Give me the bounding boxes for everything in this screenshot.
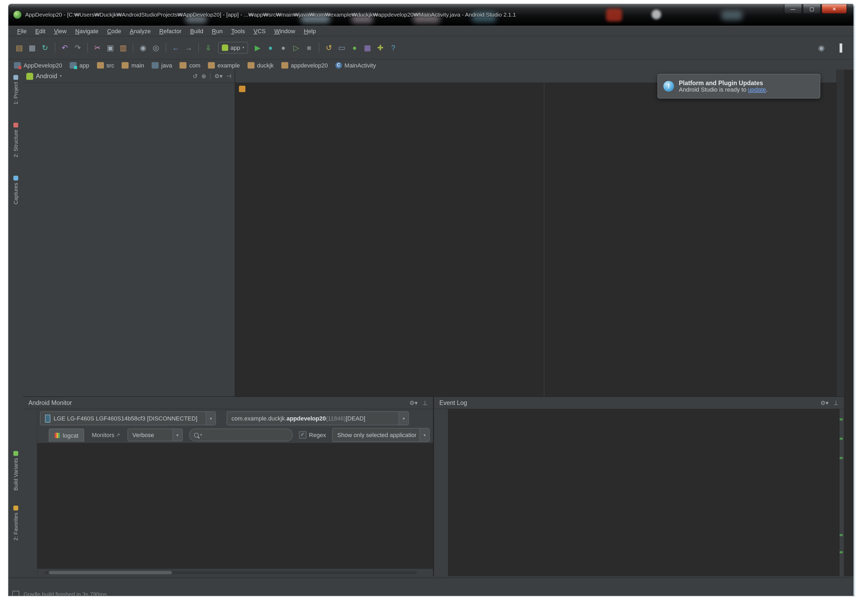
device-selector[interactable]: LGE LG-F460S LGF460S14b58cf3 [DISCONNECT… xyxy=(40,412,216,425)
tab-monitors[interactable]: Monitors ↗ xyxy=(92,432,120,438)
menu-tools[interactable]: Tools xyxy=(227,28,249,34)
event-log-panel: Event Log ⚙▾ ⊥ xyxy=(433,397,844,576)
menu-file[interactable]: File xyxy=(13,28,31,34)
menu-navigate[interactable]: Navigate xyxy=(71,28,103,34)
undo-icon[interactable]: ↶ xyxy=(58,42,71,54)
redo-icon[interactable]: ↷ xyxy=(71,42,84,54)
tab-logcat[interactable]: logcat xyxy=(49,428,84,442)
breadcrumb-label: com xyxy=(189,62,200,68)
sync-view-icon[interactable]: ↺ xyxy=(193,73,197,79)
instant-run-icon[interactable]: ✚ xyxy=(374,42,387,54)
find-icon[interactable]: ◉ xyxy=(136,42,149,54)
logcat-icon xyxy=(55,433,60,438)
breadcrumb-mainactivity[interactable]: CMainActivity xyxy=(335,62,376,68)
minimize-panel-icon[interactable]: ⊥ xyxy=(423,399,428,406)
close-button[interactable]: ✕ xyxy=(822,4,847,14)
run-config-dropdown[interactable]: app▾ xyxy=(218,42,248,54)
copy-icon[interactable]: ▣ xyxy=(104,42,117,54)
scrollbar-thumb[interactable] xyxy=(49,571,172,574)
stripe-tab-captures[interactable]: Captures xyxy=(13,176,19,204)
breadcrumb-main[interactable]: main xyxy=(122,62,144,68)
project-view-selector[interactable]: Android xyxy=(36,73,57,79)
open-icon[interactable]: ▤ xyxy=(13,42,26,54)
chevron-down-icon: ▼ xyxy=(206,412,215,425)
forward-icon[interactable]: → xyxy=(182,42,195,54)
sync-icon[interactable]: ↻ xyxy=(39,42,51,54)
minimize-panel-icon[interactable]: ⊥ xyxy=(834,399,839,406)
breadcrumb-java[interactable]: java xyxy=(152,62,172,68)
stop-icon[interactable]: ■ xyxy=(303,42,316,54)
stripe-tab-2-structure[interactable]: 2: Structure xyxy=(13,123,19,158)
notification-message: Android Studio is ready to update. xyxy=(679,86,768,93)
breadcrumb-duckjk[interactable]: duckjk xyxy=(247,62,274,68)
menu-help[interactable]: Help xyxy=(299,28,320,34)
breadcrumb-app[interactable]: app xyxy=(70,62,89,68)
menu-refactor[interactable]: Refactor xyxy=(155,28,186,34)
run-icon[interactable]: ▶ xyxy=(251,42,264,54)
menu-edit[interactable]: Edit xyxy=(31,28,50,34)
maximize-button[interactable]: ▢ xyxy=(803,4,821,14)
sdk-manager-icon[interactable]: ● xyxy=(348,42,361,54)
title-bar[interactable]: AppDevelop20 - [C:₩Users₩Duckjk₩AndroidS… xyxy=(9,4,854,26)
breadcrumb-example[interactable]: example xyxy=(208,62,240,68)
menu-window[interactable]: Window xyxy=(270,28,299,34)
menu-vcs[interactable]: VCS xyxy=(249,28,270,34)
stripe-tab-build-variants[interactable]: Build Variants xyxy=(13,451,19,490)
avd-manager-icon[interactable]: ▭ xyxy=(335,42,348,54)
minimize-button[interactable]: — xyxy=(784,4,802,14)
sync-gradle-icon[interactable]: ↺ xyxy=(322,42,335,54)
stripe-tab-1-project[interactable]: 1: Project xyxy=(13,75,19,105)
cut-icon[interactable]: ✂ xyxy=(91,42,104,54)
gear-icon[interactable]: ⚙▾ xyxy=(214,73,223,79)
show-panels-icon[interactable]: ▐ xyxy=(833,42,846,54)
search-everywhere-icon[interactable]: ◉ xyxy=(815,42,828,54)
event-log-scrollbar[interactable] xyxy=(840,411,843,573)
window-controls: — ▢ ✕ xyxy=(783,4,847,14)
debug-icon[interactable]: ● xyxy=(264,42,277,54)
stripe-tab-2-favorites[interactable]: 2: Favorites xyxy=(13,506,19,541)
error-stripe[interactable] xyxy=(836,70,844,396)
horizontal-scrollbar[interactable] xyxy=(45,571,417,574)
help-icon[interactable]: ? xyxy=(387,42,400,54)
breadcrumb-appdevelop20[interactable]: AppDevelop20 xyxy=(14,62,62,68)
menu-run[interactable]: Run xyxy=(208,28,227,34)
collapse-all-icon[interactable]: ⊕ xyxy=(202,73,206,79)
breadcrumb-label: appdevelop20 xyxy=(291,62,328,68)
device-monitor-icon[interactable]: ▦ xyxy=(361,42,374,54)
toolwindow-toggle-icon[interactable] xyxy=(12,591,19,596)
attach-icon[interactable]: ▷ xyxy=(290,42,303,54)
gear-icon[interactable]: ⚙▾ xyxy=(409,399,418,406)
regex-checkbox[interactable]: ✓ xyxy=(299,431,306,439)
logcat-output[interactable] xyxy=(37,443,433,569)
menu-analyze[interactable]: Analyze xyxy=(126,28,155,34)
menu-build[interactable]: Build xyxy=(186,28,208,34)
back-icon[interactable]: ← xyxy=(169,42,182,54)
run-config-label: app xyxy=(230,45,240,51)
toolbar-icons: ▤▦↻↶↷✂▣▥◉◎←→⇓app▾▶●●▷■↺▭●▦✚? xyxy=(13,42,815,54)
process-selector[interactable]: com.example.duckjk.appdevelop20 (11846) … xyxy=(227,412,409,425)
gear-icon[interactable]: ⚙▾ xyxy=(820,399,829,406)
logcat-search-input[interactable]: ▾ xyxy=(189,429,292,441)
project-tree xyxy=(23,83,235,85)
log-level-select[interactable]: Verbose ▼ xyxy=(127,429,183,441)
breadcrumb-com[interactable]: com xyxy=(180,62,200,68)
tab-icon xyxy=(13,506,18,511)
profile-icon[interactable]: ● xyxy=(277,42,290,54)
notification-popup[interactable]: ! Platform and Plugin Updates Android St… xyxy=(657,74,820,99)
left-tool-stripe: 1: Project2: StructureCaptures Build Var… xyxy=(9,70,23,576)
separator xyxy=(210,73,211,79)
menu-code[interactable]: Code xyxy=(103,28,126,34)
hide-panel-icon[interactable]: ⊣ xyxy=(226,73,231,79)
event-log-output[interactable] xyxy=(448,409,840,576)
logcat-filter-select[interactable]: Show only selected application ▼ xyxy=(332,428,430,442)
minimize-icon: — xyxy=(790,6,795,11)
save-icon[interactable]: ▦ xyxy=(26,42,39,54)
paste-icon[interactable]: ▥ xyxy=(117,42,130,54)
replace-icon[interactable]: ◎ xyxy=(149,42,162,54)
breadcrumb-appdevelop20[interactable]: appdevelop20 xyxy=(281,62,328,68)
code-editor[interactable] xyxy=(235,82,829,396)
update-link[interactable]: update xyxy=(748,86,766,93)
menu-view[interactable]: View xyxy=(50,28,71,34)
breadcrumb-src[interactable]: src xyxy=(97,62,114,68)
compile-icon[interactable]: ⇓ xyxy=(202,42,215,54)
